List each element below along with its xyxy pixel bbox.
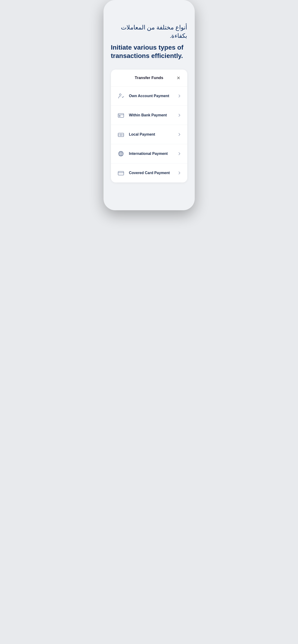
credit-card-icon — [117, 168, 125, 177]
arabic-heading: أنواع مختلفة من المعاملات بكفاءة. — [111, 23, 187, 40]
menu-label-own-account: Own Account Payment — [129, 94, 177, 98]
english-heading: Initiate various types of transactions e… — [111, 43, 187, 60]
card-title: Transfer Funds — [123, 76, 175, 80]
chevron-right-icon-4 — [177, 152, 182, 156]
bank-card-icon — [117, 111, 125, 120]
svg-point-2 — [119, 94, 121, 96]
close-icon — [176, 76, 181, 80]
svg-rect-3 — [118, 113, 123, 117]
menu-label-local-payment: Local Payment — [129, 132, 177, 136]
menu-item-covered-card[interactable]: Covered Card Payment — [111, 164, 187, 182]
menu-label-covered-card: Covered Card Payment — [129, 171, 177, 175]
chevron-right-icon — [177, 94, 182, 98]
person-transfer-icon — [117, 92, 125, 100]
menu-label-international: International Payment — [129, 152, 177, 156]
menu-label-within-bank: Within Bank Payment — [129, 113, 177, 117]
transfer-funds-card: Transfer Funds Own Accoun — [111, 70, 187, 182]
chevron-right-icon-2 — [177, 113, 182, 118]
menu-item-within-bank[interactable]: Within Bank Payment — [111, 106, 187, 125]
chevron-right-icon-3 — [177, 132, 182, 137]
menu-item-local-payment[interactable]: Local Payment — [111, 125, 187, 144]
svg-rect-15 — [118, 171, 123, 175]
menu-item-own-account[interactable]: Own Account Payment — [111, 86, 187, 106]
phone-frame: أنواع مختلفة من المعاملات بكفاءة. Initia… — [104, 0, 195, 210]
close-button[interactable] — [175, 75, 182, 81]
globe-icon — [117, 149, 125, 158]
chevron-right-icon-5 — [177, 170, 182, 175]
svg-point-7 — [120, 134, 122, 136]
page-content: أنواع مختلفة من المعاملات بكفاءة. Initia… — [104, 14, 195, 192]
card-header: Transfer Funds — [111, 70, 187, 86]
svg-rect-5 — [119, 116, 120, 116]
cash-box-icon — [117, 130, 125, 139]
menu-item-international[interactable]: International Payment — [111, 144, 187, 164]
